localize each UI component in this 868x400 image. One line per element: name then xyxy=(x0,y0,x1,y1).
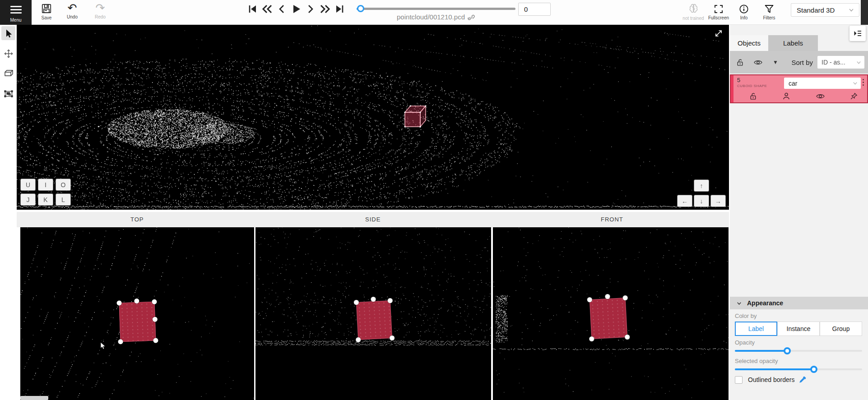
frame-filename: pointcloud/001210.pcd xyxy=(357,13,515,22)
resize-handle[interactable] xyxy=(587,297,592,303)
eyedropper-icon[interactable] xyxy=(798,376,807,384)
objects-panel: Objects Labels ▼ Sort by ID - as... xyxy=(730,25,868,400)
view-mode-select[interactable]: Standard 3D xyxy=(791,3,859,17)
color-by-option-label[interactable]: Label xyxy=(735,322,777,336)
view-mode-value: Standard 3D xyxy=(797,6,835,14)
tab-objects[interactable]: Objects xyxy=(730,35,768,51)
select-tool-button[interactable] xyxy=(1,26,15,40)
undo-icon: ↶ xyxy=(68,2,77,14)
lock-all-icon[interactable] xyxy=(736,58,744,67)
selected-opacity-slider[interactable] xyxy=(735,368,862,370)
link-icon[interactable] xyxy=(465,14,475,22)
cuboid-annotation-3d[interactable] xyxy=(399,101,429,130)
rotate-handle[interactable] xyxy=(605,294,610,299)
hamburger-icon xyxy=(10,6,22,15)
top-view-label: TOP xyxy=(130,216,144,223)
mouse-cursor xyxy=(100,342,107,350)
objects-toolbar: ▼ Sort by ID - as... xyxy=(730,51,868,74)
fast-forward-button[interactable] xyxy=(318,2,332,16)
arrow-right-key[interactable]: → xyxy=(710,195,726,207)
selected-opacity-label: Selected opacity xyxy=(735,358,778,364)
prev-frame-button[interactable] xyxy=(275,2,288,16)
key-u[interactable]: U xyxy=(20,179,36,191)
filter-icon xyxy=(764,4,775,14)
redo-icon: ↷ xyxy=(96,2,105,14)
pan-tool-button[interactable] xyxy=(1,46,15,60)
color-by-option-group[interactable]: Group xyxy=(820,322,862,336)
timeline-slider-handle[interactable] xyxy=(357,5,364,12)
appearance-section-header[interactable]: Appearance xyxy=(730,297,868,309)
move-icon xyxy=(4,49,14,59)
key-i[interactable]: I xyxy=(38,179,53,191)
skip-last-button[interactable] xyxy=(333,2,346,16)
opacity-slider-handle[interactable] xyxy=(784,347,791,354)
collapse-panel-button[interactable] xyxy=(849,26,866,41)
top-view[interactable] xyxy=(20,227,254,400)
save-icon xyxy=(41,3,52,14)
appearance-title: Appearance xyxy=(747,299,783,307)
arrow-up-key[interactable]: ↑ xyxy=(694,179,709,192)
cuboid-annotation-top[interactable] xyxy=(119,302,156,342)
resize-handle[interactable] xyxy=(116,300,121,305)
arrow-left-key[interactable]: ← xyxy=(677,195,692,207)
cuboid-tool-button[interactable] xyxy=(1,66,15,80)
main-3d-viewport[interactable]: U I O J K L ↑ ← ↓ → xyxy=(17,25,729,210)
tab-labels[interactable]: Labels xyxy=(768,35,818,51)
lock-object-icon[interactable] xyxy=(749,92,757,101)
play-button[interactable] xyxy=(289,2,303,16)
rotate-handle[interactable] xyxy=(371,297,376,302)
color-by-option-instance[interactable]: Instance xyxy=(777,322,820,336)
cuboid-icon xyxy=(3,68,14,79)
undo-button[interactable]: ↶ Undo xyxy=(60,2,85,19)
key-o[interactable]: O xyxy=(56,179,71,191)
filters-button[interactable]: Filters xyxy=(757,2,782,21)
selected-opacity-slider-fill xyxy=(735,368,814,370)
sort-select[interactable]: ID - as... xyxy=(817,56,864,69)
playback-controls xyxy=(246,2,346,16)
image-overlay-tool-button[interactable] xyxy=(1,87,15,101)
cuboid-annotation-front[interactable] xyxy=(589,298,627,339)
selected-opacity-slider-handle[interactable] xyxy=(810,366,817,373)
side-view[interactable] xyxy=(255,227,491,400)
chevron-down-icon xyxy=(736,300,742,306)
expand-all-icon[interactable]: ▼ xyxy=(773,59,778,65)
front-view[interactable] xyxy=(493,227,729,400)
object-list-item-selected[interactable]: 5 CUBOID SHAPE car xyxy=(730,74,868,103)
timeline-slider-track[interactable] xyxy=(357,8,515,10)
save-button[interactable]: Save xyxy=(34,3,59,20)
fast-rewind-button[interactable] xyxy=(260,2,274,16)
object-label-select[interactable]: car xyxy=(784,78,861,89)
outlined-borders-checkbox[interactable] xyxy=(735,376,743,384)
opacity-slider[interactable] xyxy=(735,350,862,352)
key-j[interactable]: J xyxy=(20,193,36,206)
frame-select-icon xyxy=(3,88,14,99)
collapse-panel-icon xyxy=(853,28,863,38)
resize-handle[interactable] xyxy=(354,300,359,305)
object-label-value: car xyxy=(789,80,797,87)
pin-object-icon[interactable] xyxy=(849,92,858,101)
expand-view-button[interactable] xyxy=(714,28,724,38)
redo-button[interactable]: ↷ Redo xyxy=(88,2,113,19)
left-toolbar xyxy=(0,25,17,400)
ortho-label-band: TOP SIDE FRONT xyxy=(17,212,729,227)
horizontal-scrollbar[interactable] xyxy=(20,396,48,400)
key-k[interactable]: K xyxy=(38,193,53,206)
next-frame-button[interactable] xyxy=(304,2,317,16)
rotate-handle[interactable] xyxy=(134,299,139,303)
info-button[interactable]: Info xyxy=(731,2,757,21)
object-menu-button[interactable] xyxy=(860,78,866,87)
key-l[interactable]: L xyxy=(56,193,71,206)
arrow-down-key[interactable]: ↓ xyxy=(694,195,709,207)
menu-button[interactable]: Menu xyxy=(0,0,32,25)
ml-model-button[interactable]: not trained xyxy=(681,2,706,21)
visibility-all-icon[interactable] xyxy=(753,58,763,67)
visibility-object-icon[interactable] xyxy=(816,92,825,101)
brain-icon xyxy=(687,3,700,15)
assignee-icon[interactable] xyxy=(782,92,791,101)
frame-number-input[interactable] xyxy=(518,3,551,16)
skip-first-button[interactable] xyxy=(246,2,260,16)
chevron-down-icon xyxy=(856,60,862,65)
fullscreen-button[interactable]: Fullscreen xyxy=(706,2,731,21)
chevron-down-icon xyxy=(852,80,858,86)
cuboid-annotation-side[interactable] xyxy=(356,300,392,340)
